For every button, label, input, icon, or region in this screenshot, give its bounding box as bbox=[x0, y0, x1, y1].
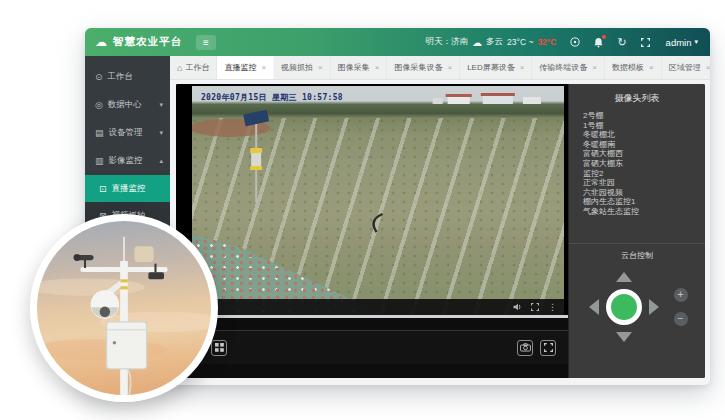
tab-label: 数据模板 bbox=[612, 62, 644, 73]
device-icon: ▤ bbox=[95, 128, 104, 138]
camera-list-title: 摄像头列表 bbox=[569, 84, 705, 111]
camera-list-item[interactable]: 2号棚 bbox=[583, 111, 705, 121]
video-timestamp: 2020年07月15日 星期三 10:57:58 bbox=[201, 92, 343, 103]
chevron-up-icon: ▴ bbox=[159, 157, 163, 165]
snapshot-button[interactable] bbox=[517, 340, 533, 356]
camera-list-item[interactable]: 监控2 bbox=[583, 169, 705, 179]
video-fullscreen-button[interactable] bbox=[540, 340, 556, 356]
hamburger-menu-button[interactable]: ≡ bbox=[196, 35, 216, 50]
ptz-title: 云台控制 bbox=[569, 244, 705, 270]
camera-list-item[interactable]: 气象站生态监控 bbox=[583, 207, 705, 217]
camera-list-item[interactable]: 1号棚 bbox=[583, 121, 705, 131]
tab-capture-devices[interactable]: 图像采集设备 × bbox=[387, 56, 460, 79]
tab-live-monitoring[interactable]: 直播监控 × bbox=[217, 56, 274, 79]
tab-label: 区域管理 bbox=[669, 62, 701, 73]
ptz-dpad bbox=[587, 270, 661, 344]
main-area: ⌂ 工作台 直播监控 × 视频抓拍 × 图像采集 × 图像采集设备 × bbox=[170, 56, 710, 385]
sidebar-item-video-monitoring[interactable]: ▥ 影像监控 ▴ bbox=[85, 147, 170, 175]
notifications-button[interactable] bbox=[594, 37, 603, 48]
monitoring-panel: 2020年07月15日 星期三 10:57:58 / 0:00 bbox=[176, 84, 705, 378]
tab-image-capture[interactable]: 图像采集 × bbox=[331, 56, 388, 79]
camera-list-item[interactable]: 富硒大棚西 bbox=[583, 149, 705, 159]
camera-panel: 摄像头列表 2号棚 1号棚 冬暖棚北 冬暖棚南 富硒大棚西 富硒大棚东 监控2 … bbox=[568, 84, 705, 378]
tab-bar: ⌂ 工作台 直播监控 × 视频抓拍 × 图像采集 × 图像采集设备 × bbox=[170, 56, 710, 80]
tab-label: LED屏幕设备 bbox=[467, 62, 515, 73]
close-icon[interactable]: × bbox=[447, 63, 452, 72]
tab-label: 图像采集设备 bbox=[394, 62, 442, 73]
camera-list-item[interactable]: 六韭园视频 bbox=[583, 188, 705, 198]
more-options-icon[interactable]: ⋮ bbox=[548, 302, 557, 312]
close-icon[interactable]: × bbox=[375, 63, 380, 72]
weather-station-illustration bbox=[37, 221, 211, 395]
tab-transmission-devices[interactable]: 传输终端设备 × bbox=[532, 56, 605, 79]
tab-label: 视频抓拍 bbox=[281, 62, 313, 73]
camera-list-item[interactable]: 棚内生态监控1 bbox=[583, 197, 705, 207]
close-icon[interactable]: × bbox=[592, 63, 597, 72]
view-toolbar bbox=[176, 330, 568, 364]
camera-icon bbox=[520, 343, 531, 352]
chevron-down-icon: ▾ bbox=[159, 101, 163, 109]
camera-list-item[interactable]: 正常韭园 bbox=[583, 178, 705, 188]
close-icon[interactable]: × bbox=[318, 63, 323, 72]
sidebar-subitem-label: 直播监控 bbox=[112, 183, 146, 195]
ptz-zoom-buttons: + − bbox=[674, 288, 688, 326]
sidebar-item-label: 工作台 bbox=[108, 71, 134, 83]
expand-icon[interactable] bbox=[531, 303, 539, 311]
camera-list-item[interactable]: 冬暖棚南 bbox=[583, 140, 705, 150]
sidebar-item-label: 影像监控 bbox=[109, 155, 143, 167]
spacer bbox=[176, 318, 568, 330]
refresh-icon: ↻ bbox=[617, 37, 626, 48]
monitor-icon: ▥ bbox=[95, 156, 104, 166]
video-stage: 2020年07月15日 星期三 10:57:58 / 0:00 bbox=[176, 84, 568, 315]
ptz-down-button[interactable] bbox=[616, 332, 632, 342]
refresh-button[interactable]: ↻ bbox=[617, 37, 626, 48]
chevron-down-icon: ▾ bbox=[159, 129, 163, 137]
weather-widget: 明天：济南 ☁ 多云 23°C ~ 32°C bbox=[426, 36, 557, 48]
user-menu[interactable]: admin ▾ bbox=[666, 37, 698, 48]
weather-station-photo bbox=[30, 214, 218, 402]
tab-led-devices[interactable]: LED屏幕设备 × bbox=[460, 56, 532, 79]
tab-video-snapshot[interactable]: 视频抓拍 × bbox=[274, 56, 331, 79]
ptz-center-button[interactable] bbox=[606, 289, 642, 325]
fullscreen-icon bbox=[544, 343, 553, 352]
notification-badge bbox=[602, 35, 606, 39]
hamburger-icon: ≡ bbox=[203, 37, 209, 48]
workbench-icon: ⊙ bbox=[95, 72, 103, 82]
username: admin bbox=[666, 37, 692, 48]
data-center-icon: ◎ bbox=[95, 100, 103, 110]
content-area: 2020年07月15日 星期三 10:57:58 / 0:00 bbox=[170, 80, 710, 385]
ptz-up-button[interactable] bbox=[616, 272, 632, 282]
tab-data-template[interactable]: 数据模板 × bbox=[605, 56, 662, 79]
ptz-left-button[interactable] bbox=[589, 299, 599, 315]
close-icon[interactable]: × bbox=[706, 63, 710, 72]
sidebar-subitem-live-monitoring[interactable]: ⊡ 直播监控 bbox=[85, 175, 170, 202]
sidebar-item-workbench[interactable]: ⊙ 工作台 bbox=[85, 63, 170, 91]
temp-low: 23°C ~ bbox=[507, 37, 533, 47]
live-monitor-icon: ⊡ bbox=[99, 184, 107, 194]
camera-list-item[interactable]: 冬暖棚北 bbox=[583, 130, 705, 140]
camera-list-item[interactable]: 富硒大棚东 bbox=[583, 159, 705, 169]
grid-view-button[interactable] bbox=[211, 340, 227, 356]
close-icon[interactable]: × bbox=[520, 63, 525, 72]
close-icon[interactable]: × bbox=[649, 63, 654, 72]
ptz-right-button[interactable] bbox=[649, 299, 659, 315]
fullscreen-button[interactable] bbox=[641, 38, 650, 47]
zoom-out-button[interactable]: − bbox=[674, 312, 688, 326]
volume-icon[interactable] bbox=[513, 303, 522, 311]
sidebar-item-device-management[interactable]: ▤ 设备管理 ▾ bbox=[85, 119, 170, 147]
help-button[interactable] bbox=[570, 37, 580, 47]
tab-region-management[interactable]: 区域管理 × bbox=[662, 56, 710, 79]
tab-label: 图像采集 bbox=[338, 62, 370, 73]
close-icon[interactable]: × bbox=[261, 63, 266, 72]
tab-label: 直播监控 bbox=[224, 62, 256, 73]
fullscreen-icon bbox=[641, 38, 650, 47]
temp-high: 32°C bbox=[537, 37, 556, 47]
sidebar-item-label: 数据中心 bbox=[108, 99, 142, 111]
camera-list: 2号棚 1号棚 冬暖棚北 冬暖棚南 富硒大棚西 富硒大棚东 监控2 正常韭园 六… bbox=[569, 111, 705, 217]
sidebar-item-data-center[interactable]: ◎ 数据中心 ▾ bbox=[85, 91, 170, 119]
zoom-in-button[interactable]: + bbox=[674, 288, 688, 302]
sidebar-item-label: 设备管理 bbox=[109, 127, 143, 139]
live-video-feed[interactable]: 2020年07月15日 星期三 10:57:58 / 0:00 bbox=[192, 86, 564, 315]
help-icon bbox=[570, 37, 580, 47]
tab-workbench[interactable]: ⌂ 工作台 bbox=[170, 56, 217, 79]
